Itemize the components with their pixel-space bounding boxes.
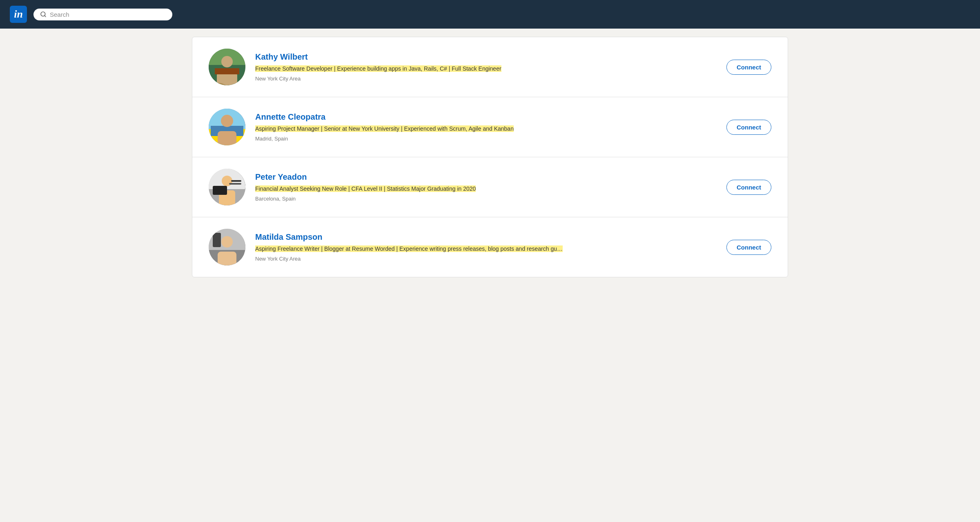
svg-point-25 — [221, 236, 233, 248]
avatar-image — [209, 169, 245, 205]
svg-point-12 — [221, 115, 233, 127]
profile-name[interactable]: Annette Cleopatra — [255, 112, 717, 122]
avatar-image — [209, 109, 245, 145]
profile-name[interactable]: Peter Yeadon — [255, 172, 717, 182]
svg-rect-27 — [213, 233, 221, 247]
svg-point-17 — [222, 176, 232, 186]
svg-line-1 — [45, 16, 46, 17]
search-input[interactable] — [50, 11, 166, 18]
connect-button[interactable]: Connect — [726, 120, 771, 135]
connect-button[interactable]: Connect — [726, 240, 771, 255]
profile-info: Kathy Wilbert Freelance Software Develop… — [255, 52, 717, 81]
svg-rect-13 — [218, 131, 236, 145]
avatar — [209, 229, 245, 265]
profile-headline: Freelance Software Developer | Experienc… — [255, 65, 501, 72]
profile-headline: Aspiring Freelance Writer | Blogger at R… — [255, 245, 563, 252]
search-box-container — [33, 9, 172, 20]
profile-name[interactable]: Matilda Sampson — [255, 232, 717, 242]
svg-rect-19 — [231, 180, 241, 182]
linkedin-logo-text: in — [14, 9, 23, 20]
headline-wrap: Freelance Software Developer | Experienc… — [255, 64, 717, 73]
avatar — [209, 169, 245, 205]
avatar — [209, 109, 245, 145]
profile-card: Peter Yeadon Financial Analyst Seeking N… — [192, 157, 788, 217]
profile-location: New York City Area — [255, 256, 717, 262]
profile-card: Kathy Wilbert Freelance Software Develop… — [192, 37, 788, 97]
avatar-image — [209, 49, 245, 85]
avatar — [209, 49, 245, 85]
connect-button[interactable]: Connect — [726, 180, 771, 195]
svg-rect-26 — [218, 252, 236, 265]
results-container: Kathy Wilbert Freelance Software Develop… — [192, 37, 788, 277]
profile-info: Annette Cleopatra Aspiring Project Manag… — [255, 112, 717, 141]
avatar-image — [209, 229, 245, 265]
profile-card: Annette Cleopatra Aspiring Project Manag… — [192, 97, 788, 157]
profile-location: New York City Area — [255, 76, 717, 82]
headline-wrap: Financial Analyst Seeking New Role | CFA… — [255, 184, 717, 193]
headline-wrap: Aspiring Project Manager | Senior at New… — [255, 124, 717, 133]
profile-location: Madrid, Spain — [255, 136, 717, 142]
profile-location: Barcelona, Spain — [255, 196, 717, 202]
navbar: in — [0, 0, 980, 29]
connect-button[interactable]: Connect — [726, 60, 771, 75]
svg-rect-21 — [213, 186, 227, 195]
svg-point-5 — [221, 56, 233, 67]
profile-info: Peter Yeadon Financial Analyst Seeking N… — [255, 172, 717, 201]
svg-rect-20 — [229, 183, 241, 185]
search-icon — [40, 11, 47, 18]
linkedin-logo[interactable]: in — [10, 6, 27, 23]
profile-headline: Aspiring Project Manager | Senior at New… — [255, 125, 514, 132]
profile-card: Matilda Sampson Aspiring Freelance Write… — [192, 217, 788, 277]
profile-name[interactable]: Kathy Wilbert — [255, 52, 717, 62]
profile-info: Matilda Sampson Aspiring Freelance Write… — [255, 232, 717, 261]
headline-wrap: Aspiring Freelance Writer | Blogger at R… — [255, 244, 717, 253]
profile-headline: Financial Analyst Seeking New Role | CFA… — [255, 185, 476, 192]
svg-rect-7 — [215, 68, 239, 74]
